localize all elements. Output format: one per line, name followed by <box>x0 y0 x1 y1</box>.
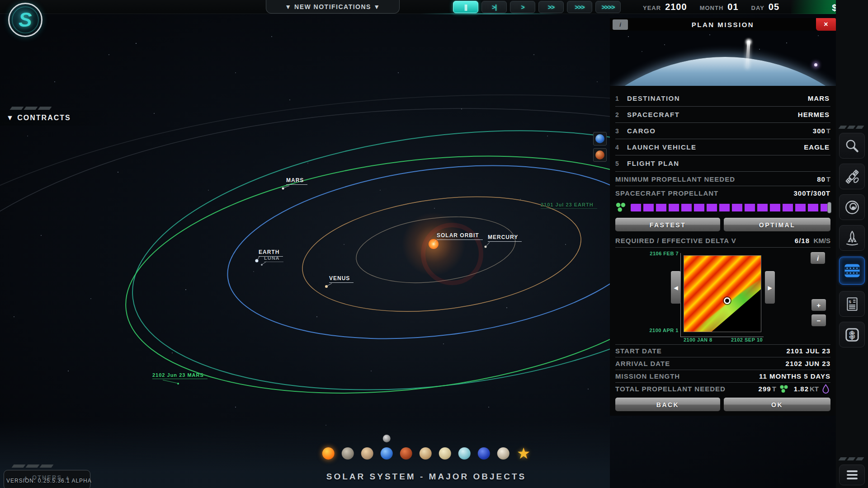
focus-mars-button[interactable] <box>593 148 607 162</box>
step-spacecraft[interactable]: 2 SPACECRAFT HERMES <box>615 107 830 123</box>
porkchop-prev-button[interactable]: ◀ <box>671 271 681 304</box>
earth-dot[interactable] <box>255 259 259 263</box>
favorite-star-icon[interactable]: ★ <box>517 447 530 460</box>
porkchop-y-max-label: 2106 FEB 7 <box>642 251 679 256</box>
step-destination[interactable]: 1 DESTINATION MARS <box>615 90 830 107</box>
back-button[interactable]: BACK <box>615 398 720 411</box>
propellant-slider-block <box>615 201 830 214</box>
mars-thumbnail-icon <box>595 150 604 160</box>
svg-text:$: $ <box>849 329 854 340</box>
sun[interactable] <box>429 239 439 249</box>
date-year: YEAR 2100 <box>643 2 687 12</box>
porkchop-next-button[interactable]: ▶ <box>765 271 775 304</box>
launch-button[interactable] <box>839 225 865 251</box>
planet-selector-row: ★ <box>322 447 530 460</box>
porkchop-x-min-label: 2100 JAN 8 <box>684 337 712 343</box>
earth-thumbnail-icon <box>595 134 604 143</box>
luna-label[interactable]: LUNA <box>264 255 283 262</box>
mission-length-row: MISSION LENGTH 11 MONTHS 5 DAYS <box>615 370 830 382</box>
planet-uranus-icon[interactable] <box>458 447 471 460</box>
venus-label[interactable]: VENUS <box>329 275 354 283</box>
planet-earth-icon[interactable] <box>381 447 393 460</box>
porkchop-zoom-in-button[interactable]: + <box>811 299 826 311</box>
step-flight-plan[interactable]: 5 FLIGHT PLAN <box>615 155 830 172</box>
close-button[interactable]: × <box>816 18 836 31</box>
planet-mercury-icon[interactable] <box>342 447 354 460</box>
missions-button[interactable] <box>839 257 865 285</box>
finances-button[interactable]: $ <box>839 322 865 347</box>
ok-button[interactable]: OK <box>724 398 830 411</box>
porkchop-y-min-label: 2100 APR 1 <box>642 328 679 333</box>
spacecraft-propellant-row: SPACECRAFT PROPELLANT 300T/300T <box>615 186 830 200</box>
logo-letter: S <box>19 9 32 31</box>
fastest-button[interactable]: FASTEST <box>615 218 720 231</box>
menu-button[interactable] <box>839 465 865 485</box>
planet-saturn-icon[interactable] <box>439 447 451 460</box>
planet-mars-icon[interactable] <box>400 447 412 460</box>
arrival-dot <box>177 383 179 385</box>
propellant-slider[interactable] <box>631 204 830 211</box>
earth-horizon <box>610 57 836 86</box>
game-logo[interactable]: S <box>8 3 42 37</box>
min-propellant-row: MINIMUM PROPELLANT NEEDED 80T <box>615 173 830 186</box>
toolbar-deco-bottom <box>840 457 863 460</box>
porkchop-info-button[interactable]: i <box>811 252 825 264</box>
start-date-row: START DATE 2101 JUL 23 <box>615 344 830 357</box>
planet-pluto-icon[interactable] <box>497 447 509 460</box>
notifications-dropdown[interactable]: ▼ NEW NOTIFICATIONS ▼ <box>266 0 400 14</box>
solar-orbit-label[interactable]: SOLAR ORBIT <box>437 232 483 240</box>
optimal-button[interactable]: OPTIMAL <box>724 218 830 231</box>
satellites-button[interactable] <box>839 164 865 189</box>
map-title: SOLAR SYSTEM - MAJOR OBJECTS <box>326 472 526 482</box>
fuel-droplet-icon <box>822 384 830 394</box>
search-button[interactable] <box>839 133 865 159</box>
top-bar-glow <box>420 13 561 14</box>
planet-sun-icon[interactable] <box>322 447 335 460</box>
time-speed3-button[interactable]: >>> <box>567 1 592 13</box>
propellant-resource-icon <box>615 202 626 213</box>
arrival-date-row: ARRIVAL DATE 2102 JUN 23 <box>615 357 830 370</box>
total-propellant-row: TOTAL PROPELLANT NEEDED 299T 1.82KT <box>615 382 830 395</box>
step-cargo[interactable]: 3 CARGO 300T <box>615 123 830 139</box>
contracts-panel-header[interactable]: ▼ CONTRACTS <box>0 110 113 126</box>
info-button[interactable]: i <box>613 19 628 30</box>
app-root: SOLAR ORBIT MERCURY VENUS EARTH LUNA MAR… <box>0 0 868 488</box>
satellite-icon <box>844 169 860 185</box>
toolbar-deco-top <box>840 126 863 129</box>
finances-icon: $ <box>844 327 860 343</box>
porkchop-x-max-label: 2102 SEP 10 <box>731 337 763 343</box>
porkchop-plot[interactable] <box>684 255 761 332</box>
mercury-label[interactable]: MERCURY <box>488 234 522 242</box>
contracts-ledger-button[interactable]: $ <box>839 291 865 317</box>
mission-modules-icon <box>843 262 861 279</box>
orbits-button[interactable] <box>839 194 865 220</box>
time-pause-button[interactable]: || <box>453 1 478 13</box>
arrival-leader <box>163 380 177 383</box>
propellant-slider-handle[interactable] <box>827 202 831 213</box>
contracts-label: ▼ CONTRACTS <box>6 114 113 122</box>
side-toolbar: $ $ <box>836 0 868 488</box>
date-month: MONTH 01 <box>700 2 739 12</box>
focus-earth-button[interactable] <box>593 132 607 145</box>
step-launch-vehicle[interactable]: 4 LAUNCH VEHICLE EAGLE <box>615 139 830 155</box>
mars-label[interactable]: MARS <box>286 177 307 185</box>
planet-venus-icon[interactable] <box>361 447 373 460</box>
others-deco <box>13 465 52 468</box>
time-speed4-button[interactable]: >>>> <box>595 1 621 13</box>
time-step-button[interactable]: >| <box>481 1 507 13</box>
time-play-button[interactable]: > <box>510 1 535 13</box>
menu-icon <box>847 470 858 472</box>
planet-jupiter-icon[interactable] <box>420 447 432 460</box>
date-day: DAY 05 <box>751 2 780 12</box>
transfer-departure-label: 2101 Jul 23 EARTH <box>541 202 597 209</box>
planet-neptune-icon[interactable] <box>478 447 490 460</box>
planet-luna-icon[interactable] <box>383 435 391 442</box>
orbit-icon <box>844 199 860 216</box>
porkchop-zoom-out-button[interactable]: − <box>811 314 826 326</box>
mission-hero-image <box>610 31 836 86</box>
svg-text:$: $ <box>849 299 851 304</box>
delta-v-row: REQUIRED / EFFECTIVE DELTA V 6/18 KM/S <box>615 234 830 248</box>
invoice-icon: $ <box>844 296 860 312</box>
time-controls: || >| > >> >>> >>>> <box>453 1 621 13</box>
time-speed2-button[interactable]: >> <box>538 1 564 13</box>
